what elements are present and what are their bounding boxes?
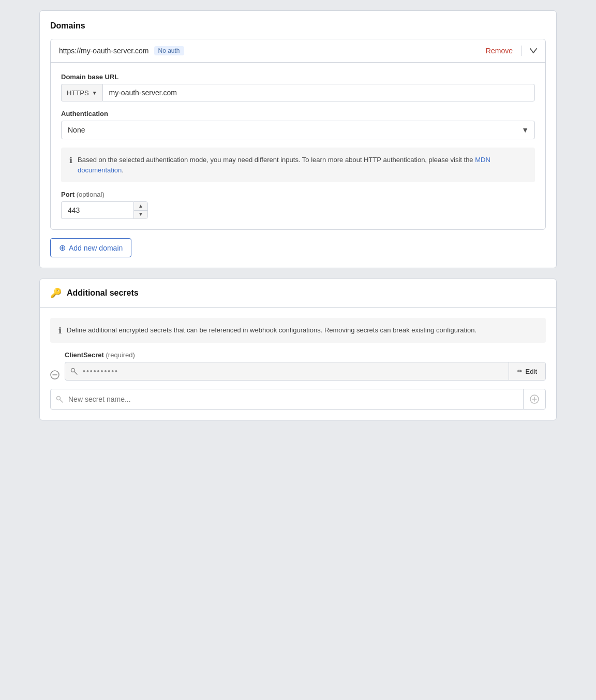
port-row: ▲ ▼: [61, 201, 535, 219]
minus-circle-icon: [50, 370, 59, 380]
add-secret-button[interactable]: [523, 389, 545, 409]
client-secret-label-text: ClientSecret: [65, 351, 104, 359]
secrets-title: Additional secrets: [67, 288, 139, 298]
remove-button[interactable]: Remove: [486, 47, 513, 55]
secret-value-input[interactable]: [83, 362, 509, 380]
secrets-info-icon: ℹ: [58, 326, 62, 336]
collapse-button[interactable]: [530, 48, 537, 53]
page-container: Domains https://my-oauth-server.com No a…: [39, 10, 557, 420]
domain-base-url-label: Domain base URL: [61, 73, 535, 81]
edit-pencil-icon: ✏: [517, 368, 523, 375]
port-spinners: ▲ ▼: [133, 201, 148, 219]
auth-info-box: ℹ Based on the selected authentication m…: [61, 148, 535, 182]
secrets-section: 🔑 Additional secrets ℹ Define additional…: [39, 279, 557, 420]
port-input[interactable]: [61, 201, 133, 219]
port-label: Port (optional): [61, 191, 535, 198]
chevron-down-icon: [530, 48, 537, 53]
domain-item: https://my-oauth-server.com No auth Remo…: [50, 39, 546, 230]
auth-select[interactable]: None: [61, 121, 535, 139]
domain-header-right: Remove: [486, 46, 537, 56]
key-icon: 🔑: [50, 287, 62, 299]
domains-section: Domains https://my-oauth-server.com No a…: [39, 10, 557, 268]
protocol-select[interactable]: HTTPS ▼: [61, 84, 102, 101]
domain-input[interactable]: [102, 84, 535, 101]
edit-secret-button[interactable]: ✏ Edit: [509, 362, 545, 380]
svg-line-3: [74, 372, 78, 375]
port-label-text: Port: [61, 191, 74, 198]
remove-secret-button[interactable]: [50, 370, 59, 380]
protocol-chevron-icon: ▼: [92, 90, 97, 96]
svg-line-5: [60, 400, 63, 403]
no-auth-badge: No auth: [154, 46, 184, 55]
port-increment-button[interactable]: ▲: [134, 202, 147, 211]
secrets-body: ℹ Define additional encrypted secrets th…: [40, 308, 556, 420]
secret-key-icon: [65, 362, 83, 380]
header-divider: [521, 46, 522, 56]
info-text-before: Based on the selected authentication mod…: [78, 156, 475, 164]
client-secret-row: ClientSecret (required): [50, 351, 546, 381]
new-secret-name-input[interactable]: [68, 390, 523, 409]
domain-base-url-field: Domain base URL HTTPS ▼: [61, 73, 535, 101]
secrets-info-box: ℹ Define additional encrypted secrets th…: [50, 318, 546, 343]
port-field: Port (optional) ▲ ▼: [61, 191, 535, 219]
new-secret-row: [50, 389, 546, 410]
new-secret-key-icon: [51, 396, 68, 403]
domain-header-left: https://my-oauth-server.com No auth: [59, 46, 184, 55]
authentication-label: Authentication: [61, 110, 535, 118]
add-domain-button[interactable]: ⊕ Add new domain: [50, 238, 131, 257]
auth-select-wrapper: None ▼: [61, 121, 535, 139]
domain-header: https://my-oauth-server.com No auth Remo…: [51, 39, 545, 63]
info-icon: ℹ: [69, 155, 72, 165]
protocol-label: HTTPS: [67, 89, 89, 97]
client-secret-field: ClientSecret (required): [65, 351, 546, 381]
secret-input-row: ✏ Edit: [65, 362, 546, 381]
add-domain-plus-icon: ⊕: [59, 243, 66, 253]
port-optional-label: (optional): [77, 191, 105, 198]
secrets-info-text: Define additional encrypted secrets that…: [67, 325, 476, 336]
add-circle-icon: [530, 395, 539, 404]
authentication-field: Authentication None ▼: [61, 110, 535, 139]
url-input-row: HTTPS ▼: [61, 84, 535, 101]
domain-url: https://my-oauth-server.com: [59, 47, 149, 55]
secrets-header: 🔑 Additional secrets: [40, 279, 556, 308]
info-text: Based on the selected authentication mod…: [78, 155, 527, 175]
domain-body: Domain base URL HTTPS ▼ Authentication: [51, 63, 545, 229]
client-secret-label: ClientSecret (required): [65, 351, 546, 359]
required-label-text: (required): [106, 351, 135, 359]
add-domain-label: Add new domain: [69, 244, 123, 252]
info-text-after: .: [122, 166, 124, 174]
domains-title: Domains: [50, 21, 546, 31]
port-decrement-button[interactable]: ▼: [134, 211, 147, 219]
edit-label: Edit: [526, 368, 537, 375]
